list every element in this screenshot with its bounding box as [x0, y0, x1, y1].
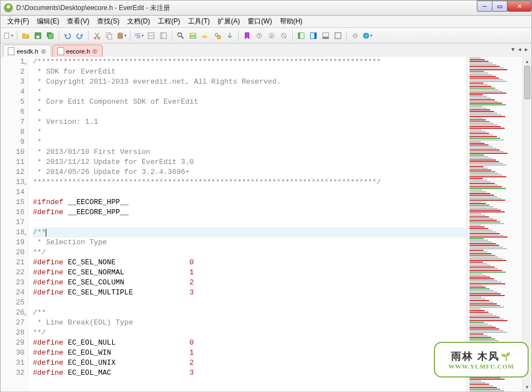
svg-rect-15 [161, 32, 167, 38]
file-icon [8, 47, 14, 55]
close-button[interactable]: ✕ [507, 1, 531, 12]
word-wrap-button[interactable]: ▾ [133, 30, 144, 41]
watermark-text: 雨林 木风 🌱 [451, 350, 511, 363]
find-button[interactable] [175, 30, 186, 41]
svg-rect-19 [190, 33, 196, 35]
menu-help[interactable]: 帮助(H) [277, 16, 306, 27]
tab-label: eesdk.h [17, 48, 38, 55]
tab-next-button[interactable]: ▸ [525, 46, 528, 53]
scrollbar-thumb[interactable] [524, 66, 530, 99]
tab-close-icon[interactable]: ⊗ [92, 47, 98, 55]
svg-rect-10 [119, 32, 122, 33]
panel-right-button[interactable] [308, 30, 319, 41]
menu-project[interactable]: 工程(P) [154, 16, 183, 27]
watermark-url: WWW.YLMFU.COM [448, 363, 514, 370]
tab-prev-button[interactable]: ◂ [518, 46, 521, 53]
svg-rect-32 [315, 32, 317, 38]
svg-rect-0 [4, 33, 8, 38]
tab-eecore[interactable]: eecore.h ⊗ [52, 45, 103, 57]
show-whitespace-button[interactable] [146, 30, 157, 41]
leaf-icon: 🌱 [501, 352, 511, 361]
copy-button[interactable] [104, 30, 115, 41]
svg-rect-22 [202, 33, 209, 38]
fullscreen-button[interactable] [332, 30, 344, 41]
cut-button[interactable] [91, 30, 103, 41]
svg-point-17 [178, 32, 182, 36]
window-titlebar: D:\Documents\Desktop\eecore.h - EverEdit… [0, 0, 532, 16]
editor-area: 1▾2345678910111213▾1415161718▾1920212223… [0, 57, 532, 391]
bookmark-button[interactable] [241, 30, 253, 41]
find-in-files-button[interactable] [212, 30, 223, 41]
settings-button[interactable] [350, 30, 361, 41]
redo-button[interactable] [74, 30, 85, 41]
undo-button[interactable] [62, 30, 73, 41]
panel-bottom-button[interactable] [320, 30, 331, 41]
menu-window[interactable]: 窗口(W) [244, 16, 275, 27]
prev-mark-button[interactable] [254, 30, 265, 41]
tab-list-dropdown[interactable]: ▾ [511, 46, 515, 53]
svg-point-14 [152, 35, 153, 36]
svg-rect-8 [108, 34, 112, 39]
code-content[interactable]: /***************************************… [28, 57, 467, 391]
svg-line-28 [282, 33, 286, 37]
code-editor[interactable]: 1▾2345678910111213▾1415161718▾1920212223… [1, 57, 467, 391]
svg-point-36 [354, 34, 356, 37]
svg-rect-2 [36, 36, 39, 38]
svg-rect-4 [49, 33, 54, 38]
goto-button[interactable] [224, 30, 235, 41]
new-file-button[interactable]: ▾ [3, 30, 14, 41]
menu-edit[interactable]: 编辑(E) [33, 16, 62, 27]
replace-button[interactable] [187, 30, 199, 41]
menu-file[interactable]: 文件(F) [4, 16, 32, 27]
paste-button[interactable]: ▾ [116, 30, 127, 41]
menu-tool[interactable]: 工具(T) [185, 16, 213, 27]
menu-view[interactable]: 查看(V) [64, 16, 93, 27]
tab-eesdk[interactable]: eesdk.h ⊗ [3, 45, 51, 57]
minimize-button[interactable]: ─ [477, 1, 492, 12]
svg-rect-9 [118, 33, 122, 38]
svg-rect-24 [217, 36, 220, 38]
scroll-up-arrow[interactable]: ▴ [523, 57, 531, 66]
vertical-scrollbar[interactable]: ▴ ▾ [523, 57, 531, 391]
next-mark-button[interactable] [266, 30, 277, 41]
clear-marks-button[interactable] [278, 30, 289, 41]
minimap[interactable] [467, 57, 523, 391]
svg-rect-30 [298, 32, 301, 38]
tabbar: eesdk.h ⊗ eecore.h ⊗ ▾ ◂ ▸ [0, 43, 532, 57]
browser-button[interactable]: ▾ [362, 30, 373, 41]
toolbar: ▾ ▾ ▾ ab ▾ [0, 28, 532, 43]
svg-rect-34 [323, 36, 329, 38]
menu-search[interactable]: 查找(S) [94, 16, 123, 27]
panel-left-button[interactable] [296, 30, 307, 41]
tab-close-icon[interactable]: ⊗ [41, 47, 46, 55]
svg-point-6 [98, 37, 100, 39]
menu-document[interactable]: 文档(D) [124, 16, 153, 27]
line-numbers-button[interactable] [158, 30, 169, 41]
scroll-down-arrow[interactable]: ▾ [523, 383, 531, 391]
menu-extension[interactable]: 扩展(A) [214, 16, 243, 27]
save-button[interactable] [32, 30, 43, 41]
tab-label: eecore.h [66, 48, 90, 55]
svg-point-13 [151, 35, 152, 36]
highlight-button[interactable]: ab [200, 30, 211, 41]
file-icon [57, 47, 64, 55]
svg-line-18 [181, 36, 183, 38]
window-title: D:\Documents\Desktop\eecore.h - EverEdit… [16, 3, 170, 13]
save-all-button[interactable] [45, 30, 56, 41]
menubar: 文件(F) 编辑(E) 查看(V) 查找(S) 文档(D) 工程(P) 工具(T… [0, 16, 532, 28]
app-icon [4, 3, 13, 12]
line-gutter[interactable]: 1▾2345678910111213▾1415161718▾1920212223… [1, 57, 28, 391]
open-file-button[interactable] [20, 30, 31, 41]
svg-rect-20 [190, 36, 196, 38]
svg-rect-35 [335, 32, 341, 38]
svg-point-5 [94, 37, 96, 39]
maximize-button[interactable]: ▭ [492, 1, 507, 12]
watermark-logo: 雨林 木风 🌱 WWW.YLMFU.COM [434, 342, 529, 378]
window-controls: ─ ▭ ✕ [477, 1, 531, 12]
svg-point-12 [149, 35, 151, 36]
